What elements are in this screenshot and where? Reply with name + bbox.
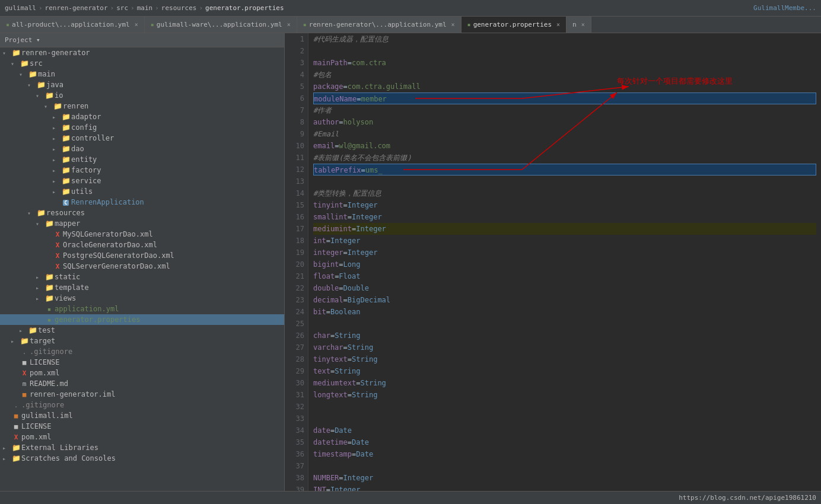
tree-item-11[interactable]: ▸📁entity <box>0 154 284 165</box>
line-num-17: 17 <box>288 223 304 235</box>
tree-item-16[interactable]: ▾📁resources <box>0 208 284 218</box>
line-num-31: 31 <box>288 389 304 401</box>
tree-item-36[interactable]: ■LICENSE <box>0 421 284 432</box>
breadcrumb-sep-3: › <box>131 4 135 12</box>
line-num-1: 1 <box>288 33 304 45</box>
tree-item-1[interactable]: ▾📁renren-generator <box>0 47 284 58</box>
editor-line-34: date=Date <box>313 425 816 436</box>
tree-item-12[interactable]: ▸📁factory <box>0 165 284 176</box>
tree-item-7[interactable]: ▸📁adaptor <box>0 111 284 122</box>
tab-close-3[interactable]: × <box>451 21 455 28</box>
breadcrumb-sep-4: › <box>155 4 159 12</box>
tab-all-product-yml[interactable]: ▪ all-product\...application.yml × <box>0 17 145 33</box>
line-num-18: 18 <box>288 235 304 247</box>
tree-item-10[interactable]: ▸📁dao <box>0 143 284 154</box>
editor-lines[interactable]: #代码生成器，配置信息 mainPath=com.ctra#包名package=… <box>308 33 821 491</box>
tab-unknown[interactable]: n × <box>567 17 591 33</box>
tree-item-2[interactable]: ▾📁src <box>0 58 284 69</box>
line-numbers: 1234567891011121314151617181920212223242… <box>285 33 308 491</box>
tree-item-24[interactable]: ▸📁views <box>0 293 284 304</box>
breadcrumb-part-5: resources <box>161 4 197 12</box>
editor-line-37 <box>313 460 816 472</box>
tree-item-30[interactable]: ■LICENSE <box>0 357 284 368</box>
tree-item-20[interactable]: XPostgreSQLGeneratorDao.xml <box>0 250 284 261</box>
tree-item-35[interactable]: ■gulimall.iml <box>0 410 284 421</box>
tree-item-8[interactable]: ▸📁config <box>0 122 284 133</box>
editor-line-13 <box>313 176 816 187</box>
tab-yml-icon-2: ▪ <box>151 21 154 28</box>
tree-item-23[interactable]: ▸📁template <box>0 282 284 293</box>
editor-line-9: #Email <box>313 128 816 140</box>
editor-line-18: int=Integer <box>313 235 816 247</box>
editor-line-24: bit=Boolean <box>313 306 816 318</box>
topbar: gulimall › renren-generator › src › main… <box>0 0 821 17</box>
tree-item-5[interactable]: ▾📁io <box>0 90 284 101</box>
tab-close-4[interactable]: × <box>556 21 560 28</box>
line-num-27: 27 <box>288 342 304 353</box>
tree-item-34[interactable]: ..gitignore <box>0 400 284 410</box>
main-layout: Project ▾ ▾📁renren-generator▾📁src▾📁main▾… <box>0 33 821 491</box>
tree-item-9[interactable]: ▸📁controller <box>0 133 284 143</box>
tree-item-17[interactable]: ▾📁mapper <box>0 218 284 229</box>
editor-line-35: datetime=Date <box>313 436 816 448</box>
tab-props-icon: ▪ <box>467 21 471 28</box>
tree-item-3[interactable]: ▾📁main <box>0 69 284 79</box>
tree-item-26[interactable]: ▪generator.properties <box>0 314 284 325</box>
breadcrumb-part-3: src <box>116 4 128 12</box>
tree-item-31[interactable]: Xpom.xml <box>0 368 284 378</box>
tab-close-2[interactable]: × <box>287 21 291 28</box>
file-tree: ▾📁renren-generator▾📁src▾📁main▾📁java▾📁io▾… <box>0 47 284 464</box>
editor-line-21: float=Float <box>313 270 816 282</box>
line-num-8: 8 <box>288 116 304 128</box>
line-num-38: 38 <box>288 472 304 484</box>
line-num-26: 26 <box>288 330 304 342</box>
tree-item-21[interactable]: XSQLServerGeneratorDao.xml <box>0 261 284 272</box>
line-num-4: 4 <box>288 69 304 81</box>
line-num-36: 36 <box>288 448 304 460</box>
editor-line-22: double=Double <box>313 282 816 294</box>
editor-line-16: smallint=Integer <box>313 211 816 223</box>
tree-item-29[interactable]: ..gitignore <box>0 346 284 357</box>
tree-item-14[interactable]: ▸📁utils <box>0 186 284 197</box>
tree-item-18[interactable]: XMySQLGeneratorDao.xml <box>0 229 284 240</box>
editor-line-15: tinyint=Integer <box>313 199 816 211</box>
tree-item-15[interactable]: CRenrenApplication <box>0 197 284 208</box>
tab-gulimall-ware-yml[interactable]: ▪ gulimall-ware\...application.yml × <box>145 17 297 33</box>
tree-item-33[interactable]: ■renren-generator.iml <box>0 389 284 400</box>
tree-item-39[interactable]: ▸📁Scratches and Consoles <box>0 453 284 464</box>
line-num-23: 23 <box>288 294 304 306</box>
tree-item-38[interactable]: ▸📁External Libraries <box>0 442 284 453</box>
line-num-2: 2 <box>288 45 304 57</box>
line-num-33: 33 <box>288 413 304 425</box>
breadcrumb-part-1: gulimall <box>5 4 36 12</box>
line-num-6: 6 <box>288 92 304 104</box>
breadcrumb-part-4: main <box>137 4 153 12</box>
tree-item-13[interactable]: ▸📁service <box>0 176 284 186</box>
editor-line-6: moduleName=member <box>313 92 816 104</box>
tree-item-27[interactable]: ▸📁test <box>0 325 284 336</box>
tree-item-19[interactable]: XOracleGeneratorDao.xml <box>0 240 284 250</box>
tree-item-37[interactable]: Xpom.xml <box>0 432 284 442</box>
line-num-37: 37 <box>288 460 304 472</box>
tree-item-22[interactable]: ▸📁static <box>0 272 284 282</box>
line-num-32: 32 <box>288 401 304 413</box>
breadcrumb-sep-5: › <box>199 4 203 12</box>
tree-item-6[interactable]: ▾📁renren <box>0 101 284 111</box>
tree-item-32[interactable]: mREADME.md <box>0 378 284 389</box>
tab-generator-properties[interactable]: ▪ generator.properties × <box>462 17 567 33</box>
tab-close-5[interactable]: × <box>581 21 585 28</box>
tab-yml-icon-1: ▪ <box>6 21 9 28</box>
editor-line-31: longtext=String <box>313 389 816 401</box>
editor-line-36: timestamp=Date <box>313 448 816 460</box>
breadcrumb-sep-1: › <box>39 4 43 12</box>
editor-line-38: NUMBER=Integer <box>313 472 816 484</box>
sidebar-title: Project ▾ <box>5 36 40 44</box>
tab-renren-generator-yml[interactable]: ▪ renren-generator\...application.yml × <box>297 17 462 33</box>
tree-item-4[interactable]: ▾📁java <box>0 79 284 90</box>
tree-item-28[interactable]: ▸📁target <box>0 336 284 346</box>
tree-item-25[interactable]: ▪application.yml <box>0 304 284 314</box>
sidebar-header: Project ▾ <box>0 33 284 47</box>
tab-close-1[interactable]: × <box>135 21 138 28</box>
line-num-9: 9 <box>288 128 304 140</box>
tabs-bar: ▪ all-product\...application.yml × ▪ gul… <box>0 17 821 33</box>
